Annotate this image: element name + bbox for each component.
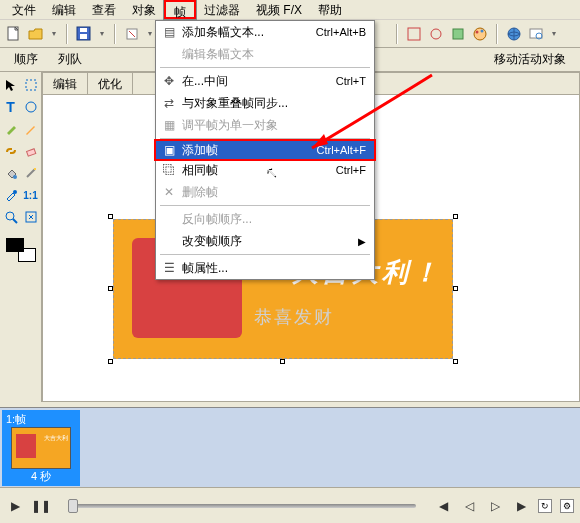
eraser-tool-icon[interactable] — [22, 142, 40, 160]
menu-7[interactable]: 帮助 — [310, 0, 350, 19]
svg-point-8 — [431, 29, 441, 39]
menu-shortcut: Ctrl+Alt+B — [316, 26, 366, 38]
select-tool-icon[interactable] — [22, 76, 40, 94]
slider-knob[interactable] — [68, 499, 78, 513]
menu-item[interactable]: ⇄与对象重叠帧同步... — [156, 92, 374, 114]
preview-icon[interactable] — [528, 26, 544, 42]
link-tool-icon[interactable] — [2, 142, 20, 160]
submenu-arrow-icon: ▶ — [358, 236, 366, 247]
menu-item-label: 编辑条幅文本 — [178, 46, 366, 63]
menu-item: 反向帧顺序... — [156, 208, 374, 230]
svg-point-20 — [13, 190, 17, 194]
settings-icon[interactable]: ⚙ — [560, 499, 574, 513]
menu-item-label: 帧属性... — [178, 260, 366, 277]
pause-icon[interactable]: ❚❚ — [32, 497, 50, 515]
prev-frame-icon[interactable]: ◀ — [434, 497, 452, 515]
menu-item: ▦调平帧为单一对象 — [156, 114, 374, 136]
menu-item-label: 反向帧顺序... — [178, 211, 366, 228]
fill-tool-icon[interactable] — [2, 164, 20, 182]
svg-rect-2 — [80, 34, 87, 39]
svg-point-12 — [481, 29, 484, 32]
svg-point-17 — [26, 102, 36, 112]
queue-label[interactable]: 列队 — [52, 49, 88, 70]
svg-rect-7 — [408, 28, 420, 40]
order-label[interactable]: 顺序 — [8, 49, 44, 70]
menu-item[interactable]: ✥在...中间Ctrl+T — [156, 70, 374, 92]
menu-item[interactable]: ☰帧属性... — [156, 257, 374, 279]
tool-icon[interactable] — [406, 26, 422, 42]
menu-item-label: 改变帧顺序 — [178, 233, 358, 250]
svg-rect-3 — [80, 28, 87, 32]
step-fwd-icon[interactable]: ▷ — [486, 497, 504, 515]
palette-icon[interactable] — [472, 26, 488, 42]
menu-item-label: 删除帧 — [178, 184, 366, 201]
save-icon[interactable] — [76, 26, 92, 42]
menu-4[interactable]: 帧 — [164, 0, 196, 19]
menu-5[interactable]: 过滤器 — [196, 0, 248, 19]
next-frame-icon[interactable]: ▶ — [512, 497, 530, 515]
menu-0[interactable]: 文件 — [4, 0, 44, 19]
fit-tool-icon[interactable] — [22, 208, 40, 226]
menu-shortcut: Ctrl+Alt+F — [316, 144, 366, 156]
zoom-11-icon[interactable]: 1:1 — [22, 186, 40, 204]
move-active-label[interactable]: 移动活动对象 — [488, 49, 572, 70]
menu-1[interactable]: 编辑 — [44, 0, 84, 19]
globe-icon[interactable] — [506, 26, 522, 42]
frame-menu-dropdown: ▤添加条幅文本...Ctrl+Alt+B编辑条幅文本✥在...中间Ctrl+T⇄… — [155, 20, 375, 280]
timeline: 1:帧 大吉大利 4 秒 — [0, 407, 580, 487]
pencil-tool-icon[interactable] — [22, 120, 40, 138]
menu-item[interactable]: ▤添加条幅文本...Ctrl+Alt+B — [156, 21, 374, 43]
banner-sub-text: 恭喜发财 — [254, 305, 334, 329]
menu-6[interactable]: 视频 F/X — [248, 0, 310, 19]
svg-point-10 — [474, 28, 486, 40]
brush-tool-icon[interactable] — [2, 120, 20, 138]
loop-toggle-icon[interactable]: ↻ — [538, 499, 552, 513]
menu-item-label: 添加帧 — [178, 142, 316, 159]
new-icon[interactable] — [6, 26, 22, 42]
menu-shortcut: Ctrl+F — [336, 164, 366, 176]
menu-item-label: 相同帧 — [178, 162, 336, 179]
eyedropper-tool-icon[interactable] — [2, 186, 20, 204]
svg-rect-9 — [453, 29, 463, 39]
frame-preview: 大吉大利 — [11, 427, 71, 469]
tab-optimize[interactable]: 优化 — [88, 73, 133, 94]
playback-bar: ▶ ❚❚ ◀ ◁ ▷ ▶ ↻ ⚙ — [0, 487, 580, 523]
svg-point-11 — [476, 30, 479, 33]
playback-slider[interactable] — [68, 504, 416, 508]
menu-2[interactable]: 查看 — [84, 0, 124, 19]
menu-3[interactable]: 对象 — [124, 0, 164, 19]
menu-item-label: 与对象重叠帧同步... — [178, 95, 366, 112]
dropdown-arrow-icon[interactable]: ▾ — [146, 26, 154, 42]
zoom-tool-icon[interactable] — [2, 208, 20, 226]
svg-rect-18 — [26, 149, 35, 156]
menu-shortcut: Ctrl+T — [336, 75, 366, 87]
center-icon: ✥ — [160, 74, 178, 88]
tab-edit[interactable]: 编辑 — [43, 73, 88, 94]
menubar: 文件编辑查看对象帧过滤器视频 F/X帮助 — [0, 0, 580, 20]
wand-tool-icon[interactable] — [22, 164, 40, 182]
cursor-icon: ↖ — [264, 162, 277, 181]
frame-thumbnail-1[interactable]: 1:帧 大吉大利 4 秒 — [2, 410, 80, 486]
open-icon[interactable] — [28, 26, 44, 42]
pointer-tool-icon[interactable] — [2, 76, 20, 94]
props-icon: ☰ — [160, 261, 178, 275]
wizard-icon[interactable] — [124, 26, 140, 42]
menu-item[interactable]: ▣添加帧Ctrl+Alt+F — [154, 139, 376, 161]
color-swatches[interactable] — [6, 238, 36, 262]
add-icon: ▣ — [160, 143, 178, 157]
tool-icon[interactable] — [450, 26, 466, 42]
text-tool-icon[interactable]: T — [2, 98, 20, 116]
svg-point-19 — [13, 175, 17, 179]
del-icon: ✕ — [160, 185, 178, 199]
same-icon: ⿻ — [160, 163, 178, 177]
dropdown-arrow-icon[interactable]: ▾ — [50, 26, 58, 42]
menu-item[interactable]: 改变帧顺序▶ — [156, 230, 374, 252]
dropdown-arrow-icon[interactable]: ▾ — [98, 26, 106, 42]
tool-icon[interactable] — [428, 26, 444, 42]
dropdown-arrow-icon[interactable]: ▾ — [550, 26, 558, 42]
svg-rect-16 — [26, 80, 36, 90]
svg-point-21 — [6, 212, 14, 220]
shape-tool-icon[interactable] — [22, 98, 40, 116]
play-icon[interactable]: ▶ — [6, 497, 24, 515]
step-back-icon[interactable]: ◁ — [460, 497, 478, 515]
